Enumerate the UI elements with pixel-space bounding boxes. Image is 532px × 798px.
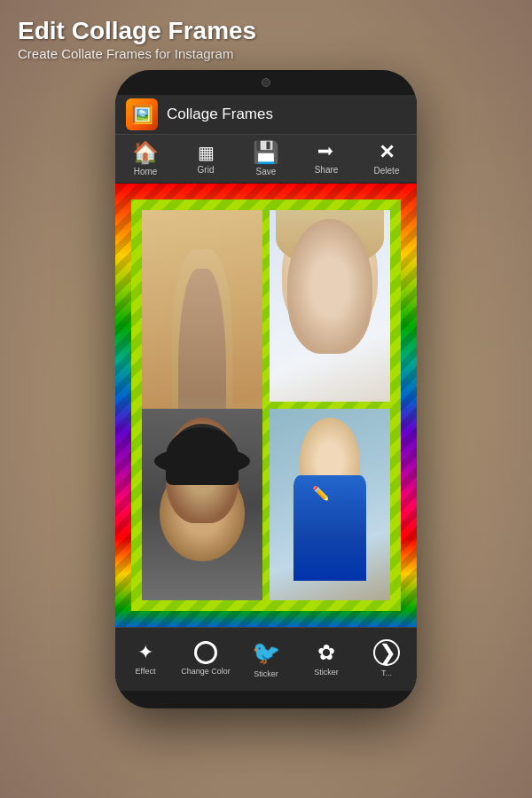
delete-icon: ✕ xyxy=(379,141,395,164)
main-toolbar: 🏠 Home ▦ Grid 💾 Save ⮕ Share ✕ Delete xyxy=(115,134,417,184)
collage-area: ✏️ xyxy=(115,184,417,627)
toolbar-home[interactable]: 🏠 Home xyxy=(115,140,176,176)
home-icon: 🏠 xyxy=(132,140,159,165)
phone-top-bar xyxy=(115,70,417,95)
header-section: Edit Collage Frames Create Collate Frame… xyxy=(0,0,532,70)
collage-inner-frame: ✏️ xyxy=(131,200,401,611)
toolbar-grid[interactable]: ▦ Grid xyxy=(176,142,236,175)
save-icon: 💾 xyxy=(253,140,279,165)
photo-cell-2[interactable] xyxy=(270,210,390,402)
share-label: Share xyxy=(315,165,339,175)
save-label: Save xyxy=(256,167,277,176)
bottom-effect[interactable]: ✦ Effect xyxy=(115,641,176,677)
sticker1-label: Sticker xyxy=(254,669,278,679)
toolbar-share[interactable]: ⮕ Share xyxy=(296,143,356,175)
next-icon: ❯ xyxy=(373,639,400,666)
toolbar-delete[interactable]: ✕ Delete xyxy=(356,141,417,176)
photo-grid: ✏️ xyxy=(142,210,390,600)
phone-bottom-bar xyxy=(115,691,417,708)
page-title: Edit Collage Frames xyxy=(18,16,514,46)
bottom-toolbar: ✦ Effect Change Color 🐦 Sticker ✿ Sticke… xyxy=(115,627,417,691)
app-header: 🖼️ Collage Frames xyxy=(115,95,417,134)
change-color-label: Change Color xyxy=(181,667,231,677)
next-label: T... xyxy=(381,669,392,678)
phone-camera xyxy=(262,78,270,87)
photo-cell-4[interactable]: ✏️ xyxy=(270,409,390,600)
bottom-sticker1[interactable]: 🐦 Sticker xyxy=(236,639,296,679)
grid-icon: ▦ xyxy=(198,142,215,163)
sticker1-icon: 🐦 xyxy=(252,639,280,667)
effect-icon: ✦ xyxy=(137,641,153,664)
change-color-icon xyxy=(194,641,217,664)
grid-label: Grid xyxy=(198,165,215,175)
sticker2-icon: ✿ xyxy=(317,640,335,665)
app-logo: 🖼️ xyxy=(126,98,158,130)
page-subtitle: Create Collate Frames for Instagram xyxy=(18,46,514,61)
effect-label: Effect xyxy=(136,667,156,677)
app-content: 🖼️ Collage Frames 🏠 Home ▦ Grid 💾 Save ⮕… xyxy=(115,95,417,691)
sticker2-label: Sticker xyxy=(314,668,339,677)
share-icon: ⮕ xyxy=(317,143,335,163)
home-label: Home xyxy=(134,167,158,176)
phone-shell: 🖼️ Collage Frames 🏠 Home ▦ Grid 💾 Save ⮕… xyxy=(115,70,417,708)
bottom-sticker2[interactable]: ✿ Sticker xyxy=(296,640,356,677)
photo-cell-3[interactable] xyxy=(142,409,262,600)
bottom-change-color[interactable]: Change Color xyxy=(176,641,236,677)
app-title: Collage Frames xyxy=(167,106,273,123)
bottom-next[interactable]: ❯ T... xyxy=(356,639,417,678)
toolbar-save[interactable]: 💾 Save xyxy=(236,140,296,176)
rainbow-frame: ✏️ xyxy=(115,184,417,627)
delete-label: Delete xyxy=(374,166,400,176)
